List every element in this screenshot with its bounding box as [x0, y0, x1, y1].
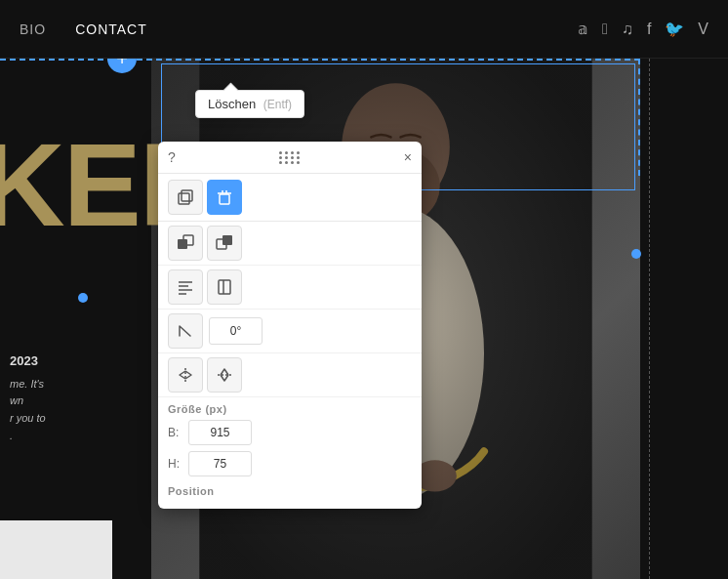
flip-h-icon: [177, 366, 194, 384]
navigation: BIO CONTACT 𝕒  ♫ f 🐦 V: [0, 0, 728, 59]
spotify-icon[interactable]: ♫: [622, 21, 633, 38]
align-right-icon: [216, 278, 233, 296]
selection-handle-left[interactable]: [78, 293, 88, 303]
svg-rect-23: [219, 280, 230, 294]
delete-button[interactable]: [207, 180, 242, 215]
white-section: [0, 520, 112, 579]
nav-links: BIO CONTACT: [20, 21, 147, 37]
help-icon[interactable]: ?: [168, 149, 176, 165]
flip-vertical-button[interactable]: [207, 357, 242, 393]
copy-delete-row: [158, 174, 422, 222]
align-right-button[interactable]: [207, 269, 242, 305]
angle-icon: [177, 322, 194, 340]
flip-v-icon: [216, 366, 233, 384]
selection-handle-right[interactable]: [631, 249, 641, 259]
nav-bio[interactable]: BIO: [20, 21, 46, 37]
delete-tooltip: Löschen (Entf): [195, 90, 304, 118]
size-section-title: Größe (px): [158, 397, 422, 417]
position-section-title: Position: [158, 479, 422, 499]
close-panel-icon[interactable]: ×: [404, 149, 412, 165]
size-b-label: B:: [168, 426, 182, 439]
tooltip-label: Löschen: [208, 97, 256, 111]
selection-border-right: [638, 59, 640, 176]
arrange-front-button[interactable]: [168, 226, 203, 261]
floating-panel: ? ×: [158, 142, 422, 509]
size-b-input[interactable]: [188, 420, 252, 445]
apple-icon[interactable]: : [602, 21, 608, 38]
main-area: + KER: [0, 59, 728, 579]
svg-rect-10: [182, 190, 192, 201]
size-h-input[interactable]: [188, 451, 252, 476]
size-h-label: H:: [168, 457, 182, 471]
add-block-button[interactable]: +: [107, 59, 137, 73]
vimeo-icon[interactable]: V: [698, 21, 708, 38]
angle-button[interactable]: [168, 313, 203, 349]
size-h-row: H:: [158, 448, 422, 479]
flip-row: [158, 353, 422, 397]
align-left-button[interactable]: [168, 269, 203, 305]
side-text-block: 2023 me. It'swnr you to.: [0, 352, 112, 444]
svg-rect-15: [178, 239, 187, 249]
nav-icons: 𝕒  ♫ f 🐦 V: [578, 20, 708, 38]
tooltip-shortcut: (Entf): [263, 98, 292, 111]
grid-handle-icon[interactable]: [279, 151, 301, 164]
year-text: 2023: [10, 352, 102, 372]
flip-horizontal-button[interactable]: [168, 357, 203, 393]
description-text: me. It'swnr you to.: [10, 376, 102, 444]
angle-input[interactable]: 0°: [209, 317, 263, 345]
arrange-back-button[interactable]: [207, 226, 242, 261]
dashed-vertical-line: [649, 59, 650, 579]
copy-button[interactable]: [168, 180, 203, 215]
panel-header: ? ×: [158, 142, 422, 174]
svg-rect-18: [222, 235, 232, 245]
copy-icon: [177, 188, 194, 206]
svg-rect-11: [220, 194, 229, 204]
selection-border-top: [0, 59, 640, 61]
size-b-row: B:: [158, 417, 422, 448]
align-left-icon: [177, 278, 194, 296]
amazon-icon[interactable]: 𝕒: [578, 20, 588, 38]
arrange-back-icon: [215, 233, 234, 253]
twitter-icon[interactable]: 🐦: [665, 20, 684, 38]
arrange-row: [158, 222, 422, 266]
align-row: [158, 266, 422, 310]
arrange-front-icon: [176, 233, 195, 253]
nav-contact[interactable]: CONTACT: [75, 21, 147, 37]
facebook-icon[interactable]: f: [647, 21, 651, 38]
trash-icon: [216, 188, 233, 206]
svg-rect-9: [179, 193, 189, 204]
angle-row: 0°: [158, 310, 422, 353]
